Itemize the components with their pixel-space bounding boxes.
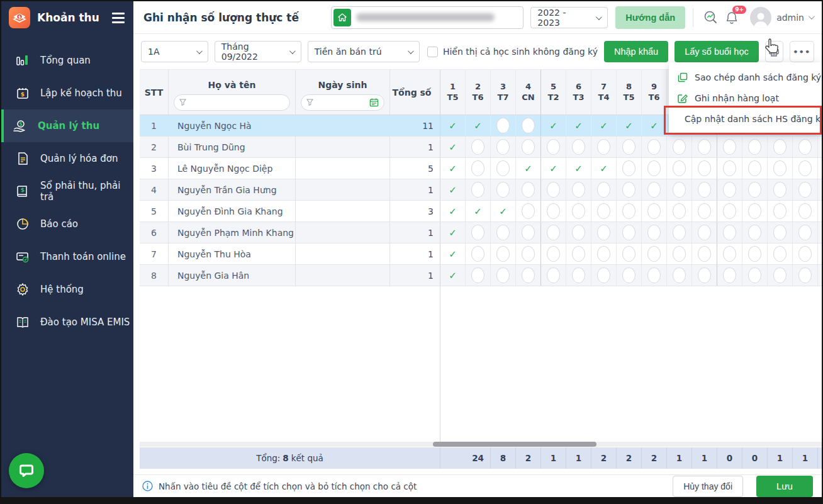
- attendance-cell[interactable]: [491, 244, 516, 264]
- attendance-cell[interactable]: [692, 179, 717, 200]
- calendar-icon[interactable]: [369, 98, 379, 107]
- search-analytics-icon[interactable]: [700, 7, 721, 28]
- attendance-cell[interactable]: [642, 137, 667, 157]
- attendance-cell[interactable]: [491, 222, 516, 243]
- sidebar-item-bao-cao[interactable]: Báo cáo: [1, 208, 133, 240]
- attendance-cell[interactable]: [466, 222, 491, 243]
- attendance-cell[interactable]: [768, 222, 793, 243]
- table-row[interactable]: 8Nguyễn Gia Hân1✓: [140, 265, 822, 286]
- attendance-cell[interactable]: [566, 179, 591, 200]
- attendance-cell[interactable]: ✓: [642, 115, 667, 136]
- attendance-cell[interactable]: [617, 137, 642, 157]
- attendance-cell[interactable]: ✓: [541, 158, 566, 179]
- day-column-header-8[interactable]: 8T5: [617, 70, 642, 115]
- attendance-cell[interactable]: [692, 265, 717, 286]
- attendance-cell[interactable]: [768, 265, 793, 286]
- get-sessions-button[interactable]: Lấy số buổi học: [675, 41, 759, 62]
- import-button[interactable]: Nhập khẩu: [604, 41, 668, 62]
- attendance-cell[interactable]: [466, 179, 491, 200]
- attendance-cell[interactable]: [742, 265, 768, 286]
- name-filter-field[interactable]: [190, 98, 284, 107]
- attendance-cell[interactable]: [541, 179, 566, 200]
- table-row[interactable]: 6Nguyễn Phạm Minh Khang1✓: [140, 222, 822, 244]
- day-column-header-7[interactable]: 7T4: [591, 70, 617, 115]
- attendance-cell[interactable]: [692, 158, 717, 179]
- attendance-cell[interactable]: [717, 179, 742, 200]
- attendance-cell[interactable]: [768, 137, 793, 157]
- attendance-cell[interactable]: [642, 244, 667, 264]
- attendance-cell[interactable]: [692, 137, 717, 157]
- chat-button[interactable]: [9, 453, 44, 488]
- attendance-cell[interactable]: [793, 137, 818, 157]
- attendance-cell[interactable]: [516, 265, 541, 286]
- attendance-cell[interactable]: [617, 179, 642, 200]
- attendance-cell[interactable]: [516, 222, 541, 243]
- class-select[interactable]: 1A: [141, 41, 208, 62]
- checkbox-icon[interactable]: [427, 47, 438, 57]
- table-row[interactable]: 5Nguyễn Đình Gia Khang3✓✓✓: [140, 201, 822, 222]
- fee-select[interactable]: Tiền ăn bán trú: [308, 41, 420, 62]
- sidebar-item-thanh-toan-online[interactable]: Thanh toán online: [1, 240, 133, 273]
- cancel-changes-button[interactable]: Hủy thay đổi: [673, 476, 743, 497]
- more-options-button[interactable]: •••: [790, 41, 815, 62]
- attendance-cell[interactable]: [566, 244, 591, 264]
- attendance-cell[interactable]: ✓: [516, 158, 541, 179]
- attendance-cell[interactable]: [642, 158, 667, 179]
- attendance-cell[interactable]: [642, 179, 667, 200]
- attendance-cell[interactable]: [717, 158, 742, 179]
- attendance-cell[interactable]: [793, 201, 818, 221]
- chevron-down-icon[interactable]: [809, 13, 815, 20]
- user-menu[interactable]: admin: [776, 13, 804, 23]
- attendance-cell[interactable]: [591, 265, 617, 286]
- attendance-cell[interactable]: [541, 244, 566, 264]
- save-button[interactable]: Lưu: [756, 476, 813, 497]
- attendance-cell[interactable]: [642, 265, 667, 286]
- attendance-cell[interactable]: [768, 179, 793, 200]
- attendance-cell[interactable]: ✓: [617, 115, 642, 136]
- menu-item-update-student-list[interactable]: Cập nhật danh sách HS đăng ký: [669, 108, 822, 129]
- attendance-cell[interactable]: [541, 137, 566, 157]
- day-column-header-5[interactable]: 5T2: [541, 70, 566, 115]
- attendance-cell[interactable]: [717, 244, 742, 264]
- attendance-cell[interactable]: [617, 158, 642, 179]
- attendance-cell[interactable]: [793, 179, 818, 200]
- sidebar-item-tong-quan[interactable]: Tổng quan: [1, 44, 133, 77]
- attendance-cell[interactable]: ✓: [440, 179, 466, 200]
- attendance-cell[interactable]: [692, 222, 717, 243]
- attendance-cell[interactable]: [591, 222, 617, 243]
- attendance-cell[interactable]: [793, 265, 818, 286]
- attendance-cell[interactable]: [667, 222, 692, 243]
- attendance-cell[interactable]: ✓: [541, 115, 566, 136]
- attendance-cell[interactable]: [516, 179, 541, 200]
- table-row[interactable]: 3Lê Nguyễn Ngọc Diệp5✓✓✓✓✓: [140, 158, 822, 179]
- attendance-cell[interactable]: [642, 201, 667, 221]
- sidebar-item-lap-ke-hoach-thu[interactable]: $ Lập kế hoạch thu: [1, 77, 133, 109]
- attendance-cell[interactable]: [617, 265, 642, 286]
- attendance-cell[interactable]: [742, 158, 768, 179]
- sidebar-item-so-phai-thu[interactable]: $ Sổ phải thu, phải trả: [1, 175, 133, 208]
- attendance-cell[interactable]: [491, 265, 516, 286]
- school-selector[interactable]: [331, 6, 523, 29]
- attendance-cell[interactable]: [667, 201, 692, 221]
- attendance-cell[interactable]: [541, 265, 566, 286]
- home-icon[interactable]: [333, 9, 351, 26]
- menu-item-bulk-record[interactable]: Ghi nhận hàng loạt: [669, 87, 822, 108]
- attendance-cell[interactable]: [742, 222, 768, 243]
- sidebar-item-dao-tao[interactable]: Đào tạo MISA EMIS: [1, 306, 133, 339]
- attendance-cell[interactable]: ✓: [440, 137, 466, 157]
- attendance-cell[interactable]: [793, 158, 818, 179]
- sidebar-item-he-thong[interactable]: Hệ thống: [1, 273, 133, 306]
- attendance-cell[interactable]: [566, 137, 591, 157]
- attendance-cell[interactable]: [642, 222, 667, 243]
- day-column-header-1[interactable]: 1T5: [440, 70, 466, 115]
- attendance-cell[interactable]: [516, 137, 541, 157]
- school-year-select[interactable]: 2022 - 2023: [530, 7, 608, 28]
- attendance-cell[interactable]: [667, 265, 692, 286]
- attendance-cell[interactable]: ✓: [566, 115, 591, 136]
- dob-filter-field[interactable]: [317, 98, 366, 107]
- attendance-cell[interactable]: [742, 201, 768, 221]
- attendance-cell[interactable]: [491, 179, 516, 200]
- name-filter-input[interactable]: [174, 94, 290, 111]
- attendance-cell[interactable]: [768, 244, 793, 264]
- dob-filter-input[interactable]: [301, 94, 384, 111]
